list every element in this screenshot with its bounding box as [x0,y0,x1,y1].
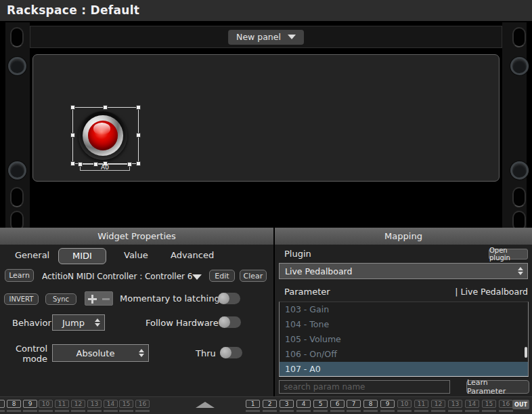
channel-button[interactable]: 6 [330,400,345,408]
channel-button[interactable]: 15 [119,400,133,408]
widget-scale-stepper[interactable] [85,291,113,306]
sync-button[interactable]: Sync [45,293,76,305]
parameter-row[interactable]: 106 - On/Off [280,347,528,362]
widget-properties-title: Widget Properties [97,231,176,241]
channel-button[interactable]: 12 [71,400,85,408]
page-title: Rackspace : Default [7,3,139,17]
rack-screw [8,161,26,180]
channel-button[interactable]: 9 [23,400,37,408]
expand-up-arrow-icon[interactable] [196,402,215,408]
channel-button[interactable]: 7 [0,400,5,408]
rack-screw [510,161,529,180]
scrollbar-thumb[interactable] [525,347,527,358]
selection-handle[interactable] [136,161,141,166]
new-panel-button[interactable]: New panel [228,30,304,45]
channel-button[interactable]: 11 [55,400,69,408]
rack-screw-slot [10,27,24,47]
channel-button[interactable]: 7 [347,400,361,408]
out-button[interactable]: OUT [512,400,529,409]
parameter-row[interactable]: 104 - Tone [280,317,528,332]
selection-handle[interactable] [70,105,75,110]
channel-button[interactable]: 2 [263,400,277,408]
selection-handle[interactable] [70,161,75,166]
channel-button[interactable]: 1 [246,400,260,408]
channel-button[interactable]: 5 [313,400,328,408]
control-mode-value: Absolute [53,348,138,358]
follow-hardware-toggle[interactable] [219,316,241,328]
channel-button[interactable]: 4 [296,400,311,408]
learn-button[interactable]: Learn [5,269,34,282]
invert-button[interactable]: INVERT [4,293,39,305]
channel-button[interactable]: 15 [482,400,496,408]
behavior-label: Behavior [12,318,51,328]
rack-screw-slot [512,27,526,47]
learn-parameter-button[interactable]: Learn Parameter [466,380,529,394]
plugin-select[interactable]: Live Pedalboard [279,263,528,279]
selection-handle[interactable] [136,105,141,110]
parameter-row-selected[interactable]: 107 - A0 [280,362,528,377]
parameter-column-header: Parameter [284,287,330,297]
channel-indicator [431,410,445,412]
channel-indicator [482,410,496,412]
channel-indicator [135,410,150,412]
chevron-down-icon [288,35,296,39]
channel-button[interactable]: 12 [431,400,445,408]
tab-midi[interactable]: MIDI [58,248,106,264]
channel-button[interactable]: 10 [397,400,412,408]
channel-button[interactable]: 13 [87,400,102,408]
selection-handle[interactable] [70,133,75,138]
momentary-to-latching-toggle[interactable] [218,293,240,304]
channel-button[interactable]: 10 [39,400,53,408]
channel-button[interactable]: 3 [280,400,294,408]
mapping-title: Mapping [384,231,422,241]
channel-button[interactable]: 14 [104,400,118,408]
parameter-list[interactable]: 103 - Gain 104 - Tone 105 - Volume 106 -… [279,302,529,377]
updown-arrows-icon [138,349,144,357]
midi-assignment-display[interactable]: ActitioN MIDI Controller : Controller 64… [42,272,192,281]
clear-button[interactable]: Clear [240,270,267,282]
channel-button[interactable]: 9 [380,400,395,408]
tab-advanced[interactable]: Advanced [171,250,214,260]
tab-general[interactable]: General [15,250,49,260]
channel-button[interactable]: 14 [465,400,479,408]
channel-button[interactable]: 8 [7,400,21,408]
chevron-down-icon[interactable] [192,274,202,280]
edit-button[interactable]: Edit [209,270,235,282]
control-mode-select[interactable]: Absolute [52,344,149,362]
tab-value[interactable]: Value [124,250,148,260]
selection-handle[interactable] [78,162,83,167]
selection-handle[interactable] [103,105,108,110]
rack-screw-slot [512,187,526,207]
updown-arrows-icon [517,267,523,275]
mapping-panel: Plugin Open plugin Live Pedalboard Param… [275,245,532,396]
channel-indicator [246,410,260,412]
widget-properties-header: Widget Properties [0,228,273,245]
app-window: Rackspace : Default New panel [0,0,532,414]
parameter-row[interactable]: 103 - Gain [280,302,528,317]
thru-toggle[interactable] [220,347,242,358]
search-param-input[interactable] [279,380,450,394]
channel-button[interactable]: 16 [499,400,513,408]
title-bar: Rackspace : Default [0,0,532,21]
channel-indicator [347,410,361,412]
channel-indicator [380,410,395,412]
rack-area: New panel A0 [0,21,532,228]
channel-button[interactable]: 8 [363,400,378,408]
parameter-row[interactable]: 105 - Volume [280,332,528,347]
selection-handle[interactable] [136,133,141,138]
channel-indicator [55,410,69,412]
rack-screw-slot [10,211,24,228]
channel-button[interactable]: 13 [448,400,462,408]
open-plugin-button[interactable]: Open plugin [489,249,528,260]
channel-button[interactable]: 16 [135,400,150,408]
channel-indicator [414,410,428,412]
widget-selection-box[interactable] [72,107,139,164]
new-panel-label: New panel [236,32,281,42]
channel-button[interactable]: 11 [414,400,428,408]
selection-handle[interactable] [127,162,132,167]
selection-handle[interactable] [93,162,98,167]
follow-hardware-label: Follow Hardware [146,318,219,328]
behavior-select[interactable]: Jump [52,314,105,331]
plugin-label: Plugin [284,249,311,259]
minus-icon [102,298,110,300]
